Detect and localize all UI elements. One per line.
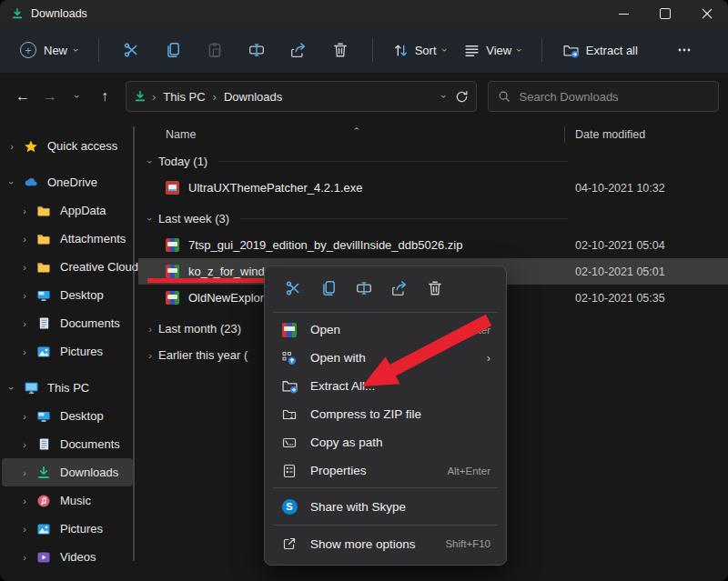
group-label: Last month (23) [158, 322, 241, 336]
refresh-icon[interactable] [455, 90, 469, 104]
up-button[interactable]: ↑ [91, 82, 118, 111]
file-date-modified: 02-10-2021 05:04 [575, 239, 665, 252]
group-header-last-week[interactable]: › Last week (3) [138, 205, 728, 232]
rename-button[interactable] [236, 34, 278, 66]
menu-item-label: Open with [310, 351, 487, 365]
menu-item-label: Copy as path [310, 436, 490, 449]
breadcrumb-downloads[interactable]: Downloads [218, 88, 288, 105]
sidebar-scrollbar[interactable] [133, 126, 135, 561]
view-button[interactable]: View › [455, 37, 531, 64]
sidebar-item-label: Quick access [47, 139, 117, 153]
open-with-icon [280, 350, 298, 366]
sidebar-item-creative-cloud[interactable]: › Creative Cloud [2, 253, 133, 281]
copy-button[interactable] [320, 280, 337, 300]
rename-icon [356, 280, 372, 296]
copy-button[interactable] [152, 34, 194, 66]
menu-item-share-with-skype[interactable]: S Share with Skype [269, 491, 501, 522]
close-button[interactable] [686, 0, 728, 27]
sort-button[interactable]: Sort › [384, 37, 456, 64]
cut-button[interactable] [285, 280, 301, 300]
chevron-right-icon: › [15, 318, 35, 329]
sidebar-item-label: Downloads [60, 466, 118, 479]
cut-button[interactable] [110, 34, 152, 66]
menu-item-show-more-options[interactable]: Show more options Shift+F10 [269, 528, 501, 559]
back-button[interactable]: ← [9, 82, 36, 111]
command-bar: + New › Sort › View [0, 27, 728, 74]
new-button-label: New [44, 44, 67, 57]
titlebar: Downloads [0, 0, 728, 27]
chevron-right-icon: › [15, 290, 35, 301]
plus-icon: + [20, 42, 36, 58]
file-explorer-window: Downloads + New › [0, 0, 728, 581]
chevron-down-icon: › [145, 211, 156, 227]
sidebar-item-desktop[interactable]: › Desktop [2, 281, 133, 309]
toolbar-separator [541, 38, 542, 62]
sidebar-item-pictures[interactable]: › Pictures [2, 337, 133, 366]
column-divider[interactable] [564, 126, 565, 143]
sidebar-item-documents-pc[interactable]: › Documents [2, 430, 133, 458]
address-bar[interactable]: › This PC › Downloads › [126, 81, 477, 112]
sidebar-item-downloads[interactable]: › Downloads [2, 458, 133, 486]
sidebar-item-appdata[interactable]: › AppData [2, 196, 133, 225]
sort-button-label: Sort [415, 44, 437, 57]
file-row-7tsp[interactable]: 7tsp_gui_2019_edition_by_devillInside_dd… [138, 232, 728, 258]
sidebar-item-pictures-pc[interactable]: › Pictures [2, 515, 133, 543]
downloads-icon [134, 90, 147, 103]
delete-button[interactable] [427, 280, 443, 300]
sidebar-item-this-pc[interactable]: › This PC [2, 374, 133, 402]
maximize-button[interactable] [644, 0, 686, 27]
sidebar-item-label: Videos [60, 550, 96, 564]
extract-all-button[interactable]: Extract all [553, 36, 647, 65]
group-header-today[interactable]: › Today (1) [138, 148, 728, 175]
onedrive-cloud-icon [22, 175, 40, 190]
sidebar-item-videos[interactable]: › Videos [2, 543, 133, 571]
menu-item-open-with[interactable]: Open with › [269, 344, 501, 372]
sidebar: › Quick access › OneDrive › AppData › At… [0, 119, 138, 581]
menu-item-open[interactable]: Open Enter [269, 316, 501, 344]
menu-item-copy-as-path[interactable]: Copy as path [269, 428, 501, 456]
sidebar-item-label: Attachments [60, 232, 126, 245]
close-icon [702, 8, 713, 19]
videos-icon [35, 550, 53, 565]
window-title: Downloads [31, 7, 87, 20]
downloads-icon [11, 7, 24, 20]
menu-item-properties[interactable]: Properties Alt+Enter [269, 456, 501, 485]
address-dropdown-icon[interactable]: › [439, 95, 450, 98]
more-options-button[interactable] [663, 34, 705, 66]
menu-item-compress-to-zip[interactable]: Compress to ZIP file [269, 400, 501, 428]
winrar-file-icon [166, 238, 179, 252]
chevron-down-icon: › [71, 48, 82, 52]
share-button[interactable] [278, 34, 319, 66]
sidebar-item-music[interactable]: › Music [2, 486, 133, 515]
recent-locations-button[interactable]: › [64, 82, 91, 111]
minimize-button[interactable] [602, 0, 644, 27]
search-input[interactable] [518, 89, 710, 105]
menu-item-extract-all[interactable]: Extract All... [269, 372, 501, 400]
column-header-date-modified[interactable]: Date modified [575, 128, 645, 141]
sidebar-item-attachments[interactable]: › Attachments [2, 225, 133, 253]
delete-button[interactable] [319, 34, 361, 66]
column-header-name[interactable]: Name [166, 128, 196, 141]
share-icon [391, 280, 408, 296]
group-rule [240, 218, 568, 219]
sidebar-item-onedrive[interactable]: › OneDrive [2, 168, 133, 196]
folder-icon [35, 260, 53, 275]
installer-file-icon [166, 181, 179, 195]
chevron-right-icon: › [15, 346, 35, 357]
rename-button[interactable] [356, 280, 372, 300]
menu-item-shortcut: Enter [466, 325, 491, 336]
chevron-down-icon: › [6, 378, 17, 398]
chevron-right-icon: › [15, 496, 35, 506]
sidebar-item-quick-access[interactable]: › Quick access [2, 132, 133, 160]
maximize-icon [660, 8, 671, 19]
menu-item-shortcut: Shift+F10 [445, 538, 490, 549]
file-row-ultraux[interactable]: UltraUXThemePatcher_4.2.1.exe 04-10-2021… [138, 175, 728, 201]
breadcrumb-this-pc[interactable]: This PC [157, 88, 210, 105]
new-button[interactable]: + New › [11, 36, 87, 64]
paste-button[interactable] [194, 34, 236, 66]
forward-button[interactable]: → [36, 82, 64, 111]
share-button[interactable] [391, 280, 408, 300]
winrar-file-icon [280, 322, 298, 338]
sidebar-item-documents[interactable]: › Documents [2, 309, 133, 337]
sidebar-item-desktop-pc[interactable]: › Desktop [2, 402, 133, 430]
